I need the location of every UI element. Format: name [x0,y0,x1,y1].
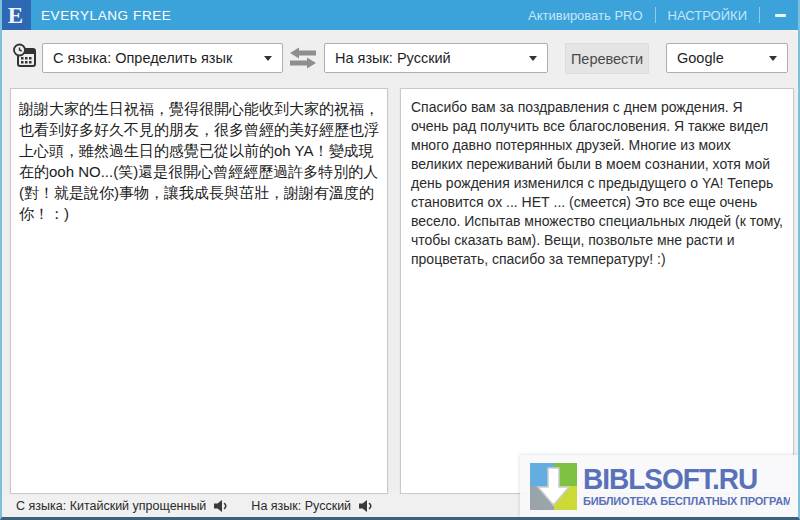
target-language-dropdown[interactable]: На язык: Русский [324,43,548,73]
biblsoft-watermark: BIBLSOFT.RU БИБЛИОТЕКА БЕСПЛАТНЫХ ПРОГРА… [520,455,798,517]
target-language-dropdown-label: На язык: Русский [335,50,451,66]
minimize-icon [775,14,786,17]
speak-source-button[interactable] [213,499,229,513]
settings-link[interactable]: НАСТРОЙКИ [656,0,759,30]
status-target-language: На язык: Русский [251,499,374,513]
status-source-language: С языка: Китайский упрощенный [16,499,229,513]
history-icon [12,55,38,72]
status-source-language-label: С языка: Китайский упрощенный [16,499,206,513]
window-title: EVERYLANG FREE [41,8,171,23]
everylang-window: E EVERYLANG FREE Активировать PRO НАСТРО… [0,0,800,520]
titlebar: E EVERYLANG FREE Активировать PRO НАСТРО… [0,0,800,30]
speaker-icon [358,499,374,513]
translation-provider-dropdown[interactable]: Google [666,43,788,73]
swap-languages-button[interactable] [288,47,318,69]
minimize-button[interactable] [760,0,800,30]
toolbar: С языка: Определить язык На язык: Русски… [2,30,798,87]
download-icon [530,463,577,510]
source-language-dropdown[interactable]: С языка: Определить язык [42,43,283,73]
watermark-site: BIBLSOFT.RU [583,465,790,495]
translated-text-area[interactable]: Спасибо вам за поздравления с днем рожде… [400,88,794,494]
watermark-text: BIBLSOFT.RU БИБЛИОТЕКА БЕСПЛАТНЫХ ПРОГРА… [583,465,790,507]
history-button[interactable] [12,43,38,69]
swap-languages-icon [288,55,318,72]
activate-pro-link[interactable]: Активировать PRO [516,0,655,30]
source-language-dropdown-label: С языка: Определить язык [53,50,232,66]
source-text-area[interactable]: 謝謝大家的生日祝福，覺得很開心能收到大家的祝福，也看到好多好久不見的朋友，很多曾… [10,88,388,494]
translation-provider-dropdown-label: Google [677,50,724,66]
translate-button[interactable]: Перевести [565,43,649,74]
status-target-language-label: На язык: Русский [251,499,351,513]
app-logo: E [0,0,31,30]
chevron-down-icon [264,56,272,61]
app-logo-letter: E [8,4,23,27]
watermark-tagline: БИБЛИОТЕКА БЕСПЛАТНЫХ ПРОГРАММ [583,495,790,507]
chevron-down-icon [769,56,777,61]
chevron-down-icon [529,56,537,61]
speak-target-button[interactable] [358,499,374,513]
speaker-icon [213,499,229,513]
titlebar-actions: Активировать PRO НАСТРОЙКИ [516,0,800,30]
